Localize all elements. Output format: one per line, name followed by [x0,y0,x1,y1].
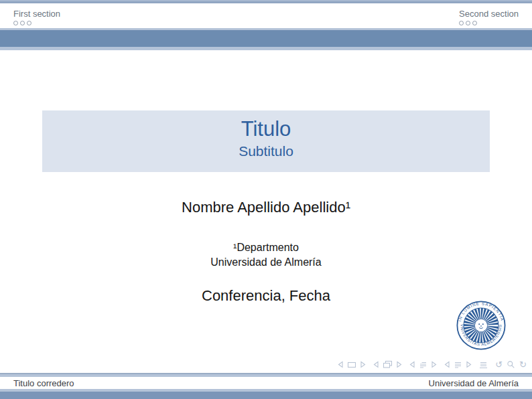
footer-institution: Universidad de Almería [429,378,519,388]
footer: Titulo corredero Universidad de Almería [0,373,532,399]
nav-section-group [444,361,472,369]
conference-date: Conferencia, Fecha [0,287,532,305]
nav-slide-group [338,361,366,369]
nav-subsection-group [409,361,437,369]
footer-blue-bar [0,392,532,399]
beamer-navigation-bar: ↺ ↻ [338,360,527,370]
page-subtitle: Subtitulo [42,142,490,160]
slide-dot[interactable] [27,21,31,25]
slide-dot[interactable] [466,21,470,25]
title-box: Titulo Subtitulo [42,110,490,172]
footer-short-title: Titulo corredero [13,378,74,388]
forward-icon[interactable]: ↻ [519,360,527,369]
nav-presentation-group [479,361,488,369]
author-name: Nombre Apellido Apellido¹ [0,199,532,216]
university-seal-logo: IN LUMINE SAPIENTIA VNIVERSITAS ALMERIEN… [456,301,506,350]
slide-dot[interactable] [20,21,25,25]
slide-icon[interactable] [347,361,356,369]
institute-block: ¹Departmento Universidad de Almería [0,240,532,270]
section-first-dots [13,21,60,25]
section-second-dots [459,21,519,25]
institute-university: Universidad de Almería [0,255,532,270]
search-icon[interactable] [507,360,515,369]
slide-dot[interactable] [472,21,477,25]
presentation-icon[interactable] [479,361,488,369]
frame-forward-icon[interactable] [397,361,402,368]
slide-forward-icon[interactable] [360,361,366,368]
footer-strip: Titulo corredero Universidad de Almería [0,377,532,389]
section-header: First section Second section [0,3,532,28]
header-blue-bar [0,30,532,47]
header-separator-bottom [0,47,532,50]
nav-history-group: ↺ ↻ [495,360,527,369]
sidebar-item-second-section[interactable]: Second section [459,9,519,19]
subsection-back-icon[interactable] [409,361,415,368]
section-icon[interactable] [454,361,462,369]
institute-department: ¹Departmento [0,240,532,255]
slide-dot[interactable] [459,21,464,25]
nav-frame-group [373,360,402,369]
subsection-icon[interactable] [419,361,427,369]
section-block-second: Second section [459,3,519,28]
frame-icon[interactable] [383,360,393,369]
slide-back-icon[interactable] [338,361,343,368]
page-title: Titulo [42,116,490,142]
slide-dot[interactable] [13,21,18,25]
frame-back-icon[interactable] [373,361,379,368]
section-back-icon[interactable] [444,361,450,368]
sidebar-item-first-section[interactable]: First section [13,9,60,19]
subsection-forward-icon[interactable] [431,361,437,368]
section-forward-icon[interactable] [466,361,472,368]
university-seal-icon: IN LUMINE SAPIENTIA VNIVERSITAS ALMERIEN… [456,301,506,350]
back-icon[interactable]: ↺ [495,360,503,369]
section-block-first: First section [13,3,60,28]
